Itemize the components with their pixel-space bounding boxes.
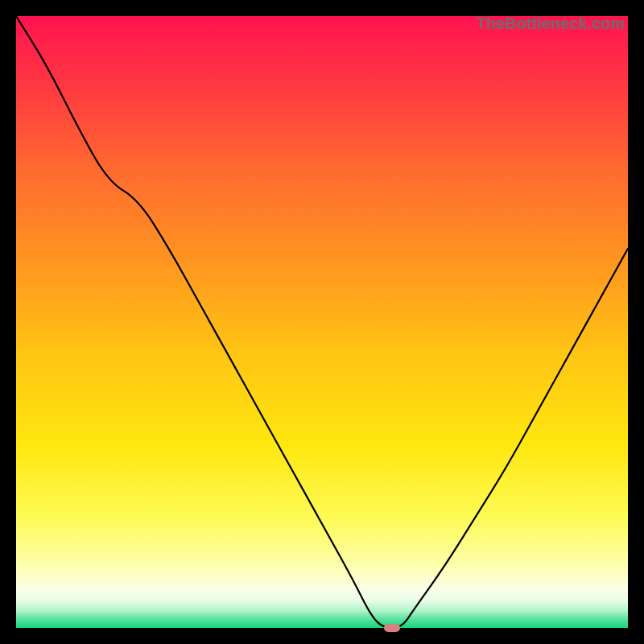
watermark-text: TheBottleneck.com (477, 14, 625, 33)
chart-frame: TheBottleneck.com (16, 16, 628, 628)
optimal-point-marker (384, 624, 400, 632)
bottleneck-curve (16, 16, 628, 628)
